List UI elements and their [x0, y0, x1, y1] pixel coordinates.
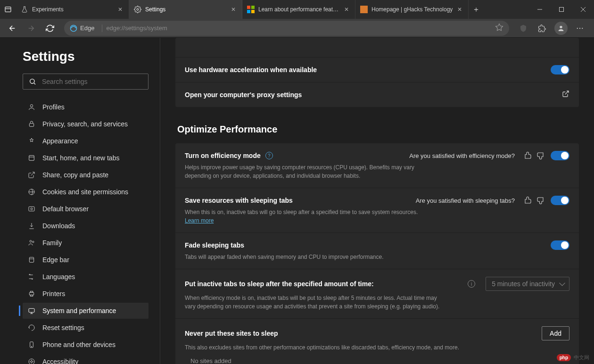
close-icon[interactable]: ✕	[116, 6, 124, 13]
add-site-button[interactable]: Add	[542, 326, 569, 340]
refresh-button[interactable]	[41, 21, 58, 36]
tab-learn-performance[interactable]: Learn about performance feature ✕	[242, 0, 355, 19]
toggle-hardware-acceleration[interactable]	[551, 65, 569, 74]
svg-rect-5	[247, 10, 250, 13]
minimize-button[interactable]	[529, 0, 551, 19]
setting-title: Fade sleeping tabs	[185, 241, 244, 249]
sidebar-item-start-home-and-new-tabs[interactable]: Start, home, and new tabs	[23, 150, 148, 166]
sidebar-item-label: Downloads	[42, 222, 75, 230]
tab-settings[interactable]: Settings ✕	[129, 0, 242, 19]
extension-ublock-icon[interactable]	[515, 21, 532, 36]
more-button[interactable]	[571, 21, 588, 36]
external-link-icon	[562, 90, 569, 99]
sidebar-item-icon	[27, 340, 36, 349]
sidebar-item-languages[interactable]: Languages	[23, 269, 148, 285]
extensions-icon[interactable]	[534, 21, 551, 36]
new-tab-button[interactable]: ＋	[469, 0, 484, 19]
sidebar-item-icon	[27, 120, 36, 128]
close-icon[interactable]: ✕	[343, 6, 350, 13]
svg-rect-33	[29, 308, 34, 312]
sidebar-item-system-and-performance[interactable]: System and performance	[23, 303, 148, 319]
sidebar-item-label: Share, copy and paste	[42, 171, 108, 179]
setting-title: Put inactive tabs to sleep after the spe…	[185, 280, 374, 288]
sidebar-item-icon	[27, 323, 36, 332]
toggle-efficiency-mode[interactable]	[551, 151, 569, 160]
thumbs-up-icon[interactable]	[523, 196, 533, 205]
sidebar-item-cookies-and-site-permissions[interactable]: Cookies and site permissions	[23, 184, 148, 200]
sidebar-item-label: System and performance	[42, 307, 116, 314]
svg-point-15	[579, 27, 580, 28]
svg-point-37	[31, 346, 32, 347]
sidebar-item-label: Family	[42, 239, 62, 247]
sidebar-item-icon	[27, 171, 36, 179]
sidebar-item-accessibility[interactable]: Accessibility	[23, 354, 148, 364]
sidebar-item-share-copy-and-paste[interactable]: Share, copy and paste	[23, 167, 148, 183]
sidebar-item-icon	[27, 273, 36, 281]
tab-actions-button[interactable]	[0, 0, 16, 19]
svg-point-39	[31, 361, 33, 363]
sidebar-item-label: Privacy, search, and services	[42, 120, 128, 128]
sidebar-item-icon	[27, 103, 36, 111]
toggle-fade-sleeping-tabs[interactable]	[551, 240, 569, 250]
sidebar-item-printers[interactable]: Printers	[23, 286, 148, 302]
profile-button[interactable]	[553, 21, 569, 36]
svg-point-2	[137, 8, 139, 10]
sidebar-item-downloads[interactable]: Downloads	[23, 218, 148, 234]
sidebar-item-phone-and-other-devices[interactable]: Phone and other devices	[23, 337, 148, 353]
setting-title: Open your computer's proxy settings	[185, 91, 302, 99]
toggle-sleeping-tabs[interactable]	[551, 196, 569, 205]
sidebar-item-default-browser[interactable]: Default browser	[23, 201, 148, 217]
svg-rect-31	[30, 291, 33, 293]
svg-rect-20	[29, 124, 33, 127]
tab-ghacks[interactable]: Homepage | gHacks Technology ✕	[355, 0, 469, 19]
sidebar-item-appearance[interactable]: Appearance	[23, 133, 148, 149]
svg-rect-21	[29, 156, 34, 161]
sidebar-item-icon	[27, 154, 36, 162]
search-settings[interactable]	[23, 74, 148, 90]
sidebar-item-edge-bar[interactable]: Edge bar	[23, 252, 148, 268]
info-icon[interactable]: ?	[265, 152, 273, 159]
sidebar-item-label: Default browser	[42, 205, 89, 213]
sidebar-item-family[interactable]: Family	[23, 235, 148, 251]
maximize-button[interactable]	[551, 0, 572, 19]
sidebar-item-profiles[interactable]: Profiles	[23, 99, 148, 115]
sidebar-item-reset-settings[interactable]: Reset settings	[23, 320, 148, 336]
svg-point-26	[30, 240, 32, 242]
favorite-icon[interactable]	[495, 23, 503, 33]
search-input[interactable]	[42, 78, 142, 85]
flask-icon	[21, 6, 28, 13]
main-panel: Use hardware acceleration when available…	[160, 38, 594, 364]
close-window-button[interactable]	[572, 0, 594, 19]
sidebar-item-icon	[27, 137, 36, 145]
svg-rect-0	[5, 7, 11, 12]
back-button[interactable]	[4, 21, 21, 36]
thumbs-up-icon[interactable]	[523, 151, 533, 160]
address-bar[interactable]: Edge edge://settings/system	[64, 21, 509, 36]
forward-button[interactable]	[23, 21, 40, 36]
thumbs-down-icon[interactable]	[536, 196, 545, 205]
tab-experiments[interactable]: Experiments ✕	[16, 0, 129, 19]
setting-title: Use hardware acceleration when available	[185, 66, 317, 74]
setting-title: Turn on efficiency mode	[185, 152, 261, 159]
sleep-timeout-select[interactable]: 5 minutes of inactivity	[486, 277, 569, 291]
tab-title: Experiments	[32, 6, 114, 13]
page-title: Settings	[23, 49, 148, 64]
sidebar-item-privacy-search-and-services[interactable]: Privacy, search, and services	[23, 116, 148, 132]
watermark: php 中文网	[557, 354, 589, 361]
svg-point-27	[33, 241, 34, 242]
svg-rect-28	[29, 257, 33, 263]
thumbs-down-icon[interactable]	[536, 151, 545, 160]
sidebar-item-icon	[27, 188, 36, 196]
titlebar: Experiments ✕ Settings ✕ Learn about per…	[0, 0, 594, 19]
feedback-label: Are you satisfied with sleeping tabs?	[416, 197, 515, 204]
sidebar-list: ProfilesPrivacy, search, and servicesApp…	[23, 99, 148, 364]
sidebar-item-icon	[27, 357, 36, 364]
close-icon[interactable]: ✕	[230, 6, 237, 13]
sidebar-item-label: Phone and other devices	[42, 341, 116, 348]
info-icon[interactable]: i	[468, 280, 475, 288]
svg-rect-24	[29, 207, 34, 211]
row-inactive-sleep-time: Put inactive tabs to sleep after the spe…	[175, 269, 579, 319]
close-icon[interactable]: ✕	[456, 6, 463, 13]
learn-more-link[interactable]: Learn more	[185, 217, 214, 224]
row-proxy-settings[interactable]: Open your computer's proxy settings	[175, 83, 579, 107]
